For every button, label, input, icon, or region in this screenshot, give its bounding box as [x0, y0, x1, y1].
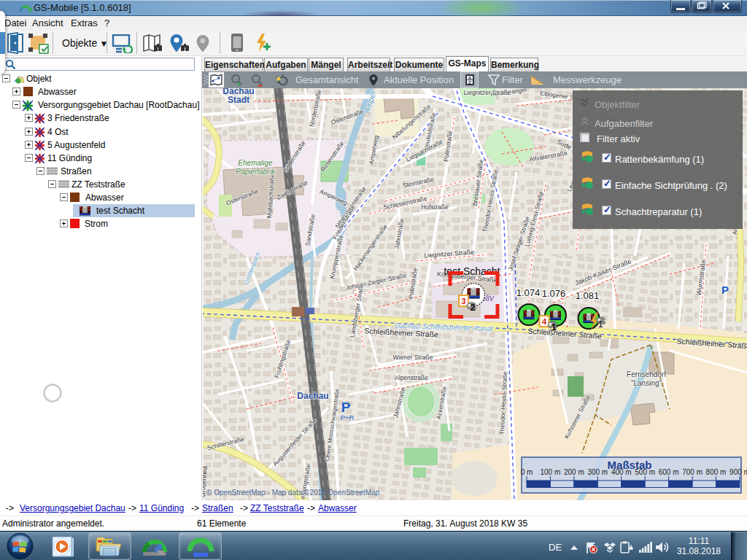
svg-text:P: P: [341, 400, 351, 415]
svg-text:Liegnitzer Straße: Liegnitzer Straße: [464, 89, 511, 96]
svg-text:800 m: 800 m: [706, 468, 727, 476]
svg-text:1.076: 1.076: [542, 288, 566, 299]
svg-text:700 m: 700 m: [682, 468, 703, 476]
svg-text:1: 1: [551, 322, 556, 332]
svg-text:300 m: 300 m: [587, 468, 608, 476]
svg-text:Ehemalige: Ehemalige: [238, 159, 273, 167]
svg-text:2: 2: [470, 302, 475, 313]
svg-text:1: 1: [598, 319, 603, 330]
svg-text:Fernsehdorf: Fernsehdorf: [627, 370, 666, 378]
svg-text:600 m: 600 m: [659, 468, 679, 476]
svg-text:© OpenStreetMap - Map data ©20: © OpenStreetMap - Map data ©2018 OpenStr…: [206, 489, 380, 497]
svg-text:Dachau: Dachau: [297, 391, 328, 401]
svg-text:P: P: [721, 284, 729, 296]
svg-text:Stadt: Stadt: [228, 95, 249, 105]
svg-text:100 m: 100 m: [541, 468, 561, 476]
svg-text:Hofstraße: Hofstraße: [421, 203, 449, 211]
svg-text:400 m: 400 m: [611, 468, 632, 476]
svg-text:P+R: P+R: [341, 413, 355, 421]
svg-text:500 m: 500 m: [635, 468, 655, 476]
svg-text:1.081: 1.081: [576, 290, 600, 301]
svg-text:"Lansing": "Lansing": [631, 379, 662, 387]
svg-text:4: 4: [542, 317, 547, 326]
svg-text:900 m: 900 m: [729, 468, 747, 476]
svg-text:0 m: 0 m: [521, 468, 533, 476]
svg-text:3: 3: [461, 297, 465, 306]
svg-text:1.074: 1.074: [516, 287, 541, 298]
svg-text:Alpenstraße: Alpenstraße: [395, 374, 428, 381]
svg-text:Papierfabrik: Papierfabrik: [236, 168, 275, 176]
svg-text:200 m: 200 m: [564, 468, 584, 476]
svg-text:Wiener Straße: Wiener Straße: [393, 354, 433, 361]
